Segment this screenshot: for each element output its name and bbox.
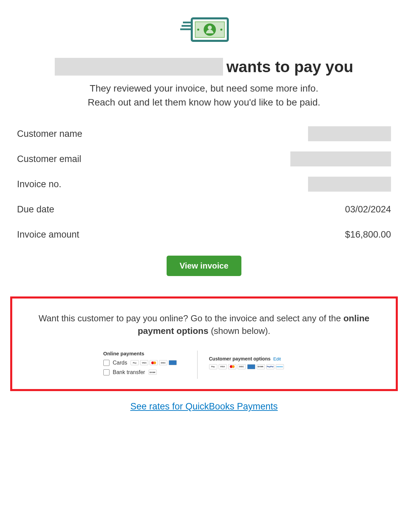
applepay-icon: Pay bbox=[131, 360, 139, 365]
svg-point-6 bbox=[208, 26, 212, 30]
venmo-icon: venmo bbox=[276, 364, 284, 369]
callout-prefix: Want this customer to pay you online? Go… bbox=[38, 313, 343, 323]
rates-link[interactable]: See rates for QuickBooks Payments bbox=[130, 401, 278, 412]
bank-icon: BANK bbox=[257, 364, 265, 369]
svg-point-8 bbox=[220, 29, 222, 31]
bank-transfer-option: Bank transfer BANK bbox=[103, 369, 186, 375]
subhead-line1: They reviewed your invoice, but need som… bbox=[10, 82, 398, 96]
discover-icon: DISC bbox=[238, 364, 246, 369]
row-invoice-no: Invoice no. bbox=[17, 177, 391, 192]
bank-transfer-checkbox[interactable] bbox=[103, 369, 109, 375]
value-invoice-amount: $16,800.00 bbox=[345, 229, 391, 240]
label-invoice-no: Invoice no. bbox=[17, 179, 62, 190]
headline-suffix: wants to pay you bbox=[226, 58, 353, 76]
amex-icon bbox=[247, 364, 255, 369]
footer: See rates for QuickBooks Payments bbox=[10, 401, 398, 412]
logo-wrap bbox=[10, 14, 398, 44]
discover-icon: DISC bbox=[159, 360, 167, 365]
redacted-customer-email-value bbox=[290, 151, 391, 166]
label-invoice-amount: Invoice amount bbox=[17, 229, 79, 240]
mastercard-icon bbox=[150, 360, 158, 365]
row-customer-email: Customer email bbox=[17, 151, 391, 166]
amex-icon bbox=[169, 360, 177, 365]
edit-link[interactable]: Edit bbox=[273, 356, 281, 361]
view-invoice-button[interactable]: View invoice bbox=[167, 256, 241, 276]
online-payments-panel: Online payments Cards Pay VISA DISC Bank… bbox=[103, 351, 192, 379]
applepay-icon: Pay bbox=[209, 364, 217, 369]
redacted-customer-name bbox=[55, 58, 223, 76]
online-payment-callout: Want this customer to pay you online? Go… bbox=[10, 296, 398, 391]
visa-icon: VISA bbox=[140, 360, 148, 365]
cards-label: Cards bbox=[113, 360, 128, 366]
bank-icon: BANK bbox=[149, 370, 157, 375]
bank-transfer-label: Bank transfer bbox=[113, 369, 145, 375]
redacted-customer-name-value bbox=[308, 126, 391, 141]
visa-icon: VISA bbox=[219, 364, 227, 369]
online-payments-heading: Online payments bbox=[103, 351, 186, 356]
label-customer-name: Customer name bbox=[17, 129, 82, 139]
subhead-line2: Reach out and let them know how you'd li… bbox=[10, 96, 398, 110]
payment-logo-icon bbox=[177, 14, 231, 44]
svg-point-7 bbox=[197, 29, 199, 31]
paypal-icon: PayPal bbox=[266, 364, 274, 369]
row-invoice-amount: Invoice amount $16,800.00 bbox=[17, 227, 391, 242]
callout-text: Want this customer to pay you online? Go… bbox=[22, 312, 386, 337]
invoice-details: Customer name Customer email Invoice no.… bbox=[10, 126, 398, 242]
headline: wants to pay you bbox=[10, 58, 398, 76]
mastercard-icon bbox=[228, 364, 236, 369]
redacted-invoice-no-value bbox=[308, 177, 391, 192]
label-due-date: Due date bbox=[17, 204, 54, 215]
bank-badges: BANK bbox=[149, 370, 157, 375]
subhead: They reviewed your invoice, but need som… bbox=[10, 82, 398, 109]
options-divider bbox=[197, 351, 198, 379]
card-badges: Pay VISA DISC bbox=[131, 360, 177, 365]
customer-payment-badges: Pay VISA DISC BANK PayPal venmo bbox=[209, 364, 305, 369]
customer-payment-options-panel: Customer payment options Edit Pay VISA D… bbox=[203, 351, 305, 369]
cta-wrap: View invoice bbox=[10, 256, 398, 276]
options-row: Online payments Cards Pay VISA DISC Bank… bbox=[22, 351, 386, 379]
row-due-date: Due date 03/02/2024 bbox=[17, 202, 391, 217]
row-customer-name: Customer name bbox=[17, 126, 391, 141]
cards-option: Cards Pay VISA DISC bbox=[103, 360, 186, 366]
customer-payment-heading-row: Customer payment options Edit bbox=[209, 356, 305, 361]
value-due-date: 03/02/2024 bbox=[345, 204, 391, 215]
label-customer-email: Customer email bbox=[17, 154, 81, 164]
cards-checkbox[interactable] bbox=[103, 360, 109, 366]
callout-suffix: (shown below). bbox=[208, 326, 270, 336]
customer-payment-heading: Customer payment options bbox=[209, 356, 271, 361]
